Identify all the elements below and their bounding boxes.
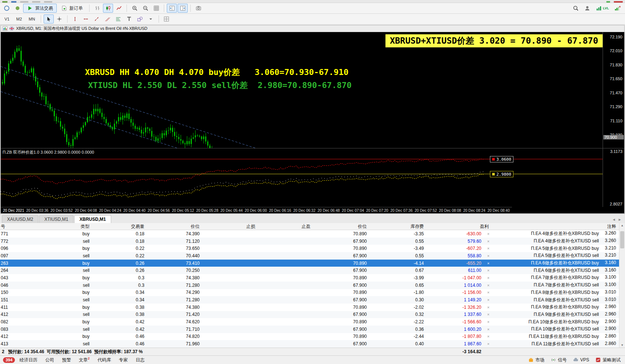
lvl-indicator[interactable]: LVL [596,5,609,11]
order-row[interactable]: 043buy0.374.38070.890-3.99-1 047.00×Π.EA… [0,274,619,282]
service-market[interactable]: 市场 [528,357,544,363]
text-tool-button[interactable] [124,15,134,23]
timeframe-m2-button[interactable]: M2 [13,15,25,23]
channel-button[interactable] [103,15,113,23]
order-row[interactable]: 082buy0.4274.62070.890-2.22-1 566.60×Π.E… [0,318,619,326]
order-row[interactable]: 096buy0.2273.65070.890-3.49-607.20×Π.EA … [0,245,619,252]
vertical-line-button[interactable] [70,15,80,23]
candle-chart-button[interactable] [103,4,113,13]
chart-tab-xbrusd-m1[interactable]: XBRUSD,M1 [74,215,111,223]
cursor-button[interactable] [44,15,54,23]
shapes-dropdown-caret[interactable] [146,15,156,23]
toolbox-tab-3[interactable]: 文章2 [75,356,93,364]
app-icon[interactable] [1,4,12,13]
tab-scroll-left-arrow[interactable]: ◄ [612,217,616,222]
time-axis[interactable]: 20 Dec 202120 Dec 03:3620 Dec 03:5220 De… [1,207,512,213]
tile-windows-h-button[interactable] [167,4,177,13]
column-header-4[interactable]: 止损 [203,223,258,230]
zoom-out-button[interactable] [140,4,150,13]
price-scale[interactable]: 72.19072.01071.83071.65071.47071.29071.1… [603,32,624,148]
column-header-3[interactable]: 价位 [147,223,203,230]
indicator-scale[interactable]: 3.1173 2.8027 [603,148,624,207]
close-position-button[interactable]: × [487,283,490,287]
scrollbar-thumb[interactable] [620,231,624,248]
column-header-6[interactable]: 价位 [313,223,370,230]
close-position-button[interactable]: × [487,254,490,258]
fibonacci-button[interactable] [113,15,124,23]
bar-chart-button[interactable] [92,4,102,13]
close-position-button[interactable]: × [487,327,490,331]
close-position-button[interactable]: × [487,320,490,324]
order-row[interactable]: 097sell0.2270.44067.9000.55558.80×Π.EA 5… [0,252,619,260]
close-position-button[interactable]: × [487,276,490,280]
chart-tab-xtiusd-m1[interactable]: XTIUSD,M1 [39,215,74,223]
close-position-button[interactable]: × [487,247,490,251]
order-row[interactable]: 771buy0.1874.39070.890-3.35-630.00×Π.EA … [0,230,619,238]
toolbox-tab-0[interactable]: 经济日历 [16,357,41,364]
close-position-button[interactable]: × [487,335,490,339]
close-position-button[interactable]: × [487,298,490,302]
close-position-button[interactable]: × [487,291,490,295]
chart-tab-xauusd-m2[interactable]: XAUUSD,M2 [2,215,38,223]
scroll-up-arrow[interactable]: ▲ [621,224,624,227]
order-row[interactable]: 412buy0.4674.82070.890-2.44-1 807.80×Π.E… [0,333,619,341]
timeframe-mn-button[interactable]: MN [26,15,38,23]
close-position-button[interactable]: × [487,342,490,346]
close-position-button[interactable]: × [487,239,490,243]
column-header-8[interactable]: 盈利 [427,223,492,230]
algo-trading-button[interactable]: 算法交易 [23,4,57,13]
grid-button[interactable] [151,4,161,13]
shapes-button[interactable] [135,15,145,23]
column-header-7[interactable]: 库存费 [370,223,427,230]
order-row[interactable]: 083sell0.4271.71067.9000.361 600.20×Π.EA… [0,326,619,333]
tab-scroll-right-arrow[interactable]: ► [618,217,622,222]
orders-table-header[interactable]: 号类型交易量价位止损止盈价位库存费盈利注释 [0,223,619,230]
main-chart-plot[interactable]: XBRUSD HH 4.070 DH 4.070 buy价差 3.060=70.… [1,32,603,148]
scroll-down-arrow[interactable]: ▼ [621,343,624,347]
close-position-button[interactable]: × [487,261,490,265]
column-header-9[interactable]: 注释 [492,223,619,230]
grid-toggle-button[interactable] [162,15,172,23]
timeframe-v1-button[interactable]: V1 [1,15,12,23]
order-row[interactable]: 412sell0.3871.42067.9000.321 337.60×Π.EA… [0,311,619,318]
line-chart-button[interactable] [114,4,124,13]
new-order-button[interactable]: 新订单 [57,4,87,13]
connection-status-icon[interactable] [615,5,621,11]
horizontal-line-button[interactable] [81,15,91,23]
column-header-0[interactable]: 号 [0,223,38,230]
column-header-2[interactable]: 交易量 [93,223,147,230]
order-row[interactable]: 150buy0.3474.29070.890-1.80-1 156.00×Π.E… [0,289,619,296]
chart-title-bar[interactable]: XBRUSD, M1: 英国布伦特原油现货 US Dollar vs Brent… [1,25,624,32]
close-position-button[interactable]: × [487,313,490,317]
zoom-in-button[interactable] [129,4,140,13]
close-position-button[interactable]: × [487,232,490,236]
order-row[interactable]: 046sell0.371.28067.9000.651 014.00×Π.EA … [0,282,619,289]
trendline-button[interactable] [92,15,102,23]
account-button[interactable] [584,5,590,11]
order-row[interactable]: 772sell0.1871.12067.9000.55579.60×Π.EA 4… [0,238,619,245]
toolbox-tab-4[interactable]: 代码库 [94,357,114,364]
indicator-plot[interactable]: Π.ZB 双币种价差1.0 3.0600 2.9800 0.0000 0.000… [1,148,603,207]
toolbox-tab-2[interactable]: 预警 [59,357,74,364]
toolbox-tab-6[interactable]: 日志 [132,357,148,364]
order-row[interactable]: 263buy0.2673.41070.890-4.14-655.20×Π.EA … [0,260,619,267]
tile-windows-v-button[interactable] [178,4,188,13]
notification-badge[interactable]: 394 [3,357,15,363]
service-tester[interactable]: 策略测试 [596,357,621,363]
search-button[interactable] [573,5,579,11]
toolbox-tab-1[interactable]: 公司 [42,357,57,364]
order-row[interactable]: 151sell0.3471.28067.9000.301 149.20×Π.EA… [0,296,619,304]
order-row[interactable]: 411buy0.3874.38070.890-2.02-1 326.20×Π.E… [0,304,619,311]
close-position-button[interactable]: × [487,305,490,309]
connect-icon[interactable] [12,4,22,13]
crosshair-button[interactable] [54,15,65,23]
screenshot-button[interactable] [193,4,203,13]
toolbox-tab-5[interactable]: 专家 [115,357,131,364]
column-header-1[interactable]: 类型 [38,223,93,230]
service-vps[interactable]: VPS [573,357,589,363]
close-position-button[interactable]: × [487,269,490,273]
orders-scrollbar[interactable]: ▲ ▼ [619,223,625,348]
column-header-5[interactable]: 止盈 [258,223,313,230]
service-signal[interactable]: 信号 [551,357,567,363]
order-row[interactable]: 413sell0.4671.96067.9000.401 867.60×Π.EA… [0,340,619,348]
